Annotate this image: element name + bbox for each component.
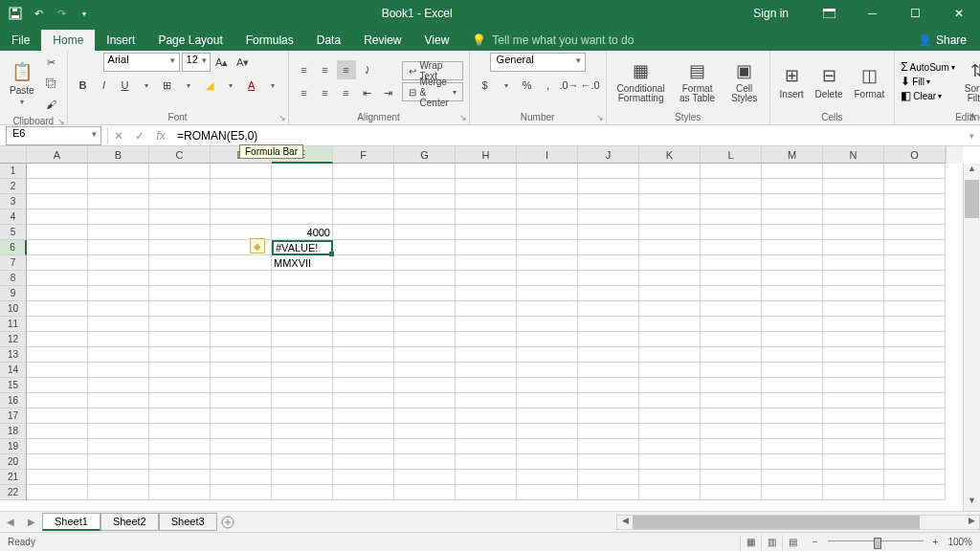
cell-L7[interactable] (701, 255, 762, 271)
cell-M2[interactable] (762, 179, 823, 194)
cell-N2[interactable] (823, 179, 884, 194)
cell-L14[interactable] (701, 363, 762, 378)
sheet-tab-sheet2[interactable]: Sheet2 (100, 513, 159, 531)
cell-G13[interactable] (394, 347, 456, 363)
cell-H7[interactable] (456, 255, 517, 271)
cell-L8[interactable] (701, 271, 762, 286)
normal-view-icon[interactable]: ▦ (740, 535, 761, 550)
font-size-select[interactable]: 12 (182, 53, 211, 72)
cell-J11[interactable] (578, 317, 639, 332)
horizontal-scrollbar[interactable]: ◀ ▶ (616, 515, 980, 530)
cell-F6[interactable] (333, 240, 394, 255)
cell-M20[interactable] (762, 454, 823, 470)
cell-D11[interactable] (211, 317, 272, 332)
cell-F8[interactable] (333, 271, 394, 286)
clear-button[interactable]: ◧Clear▾ (901, 89, 955, 102)
cell-H1[interactable] (456, 164, 517, 179)
cell-J19[interactable] (578, 439, 639, 454)
insert-function-icon[interactable]: fx (150, 126, 171, 145)
cell-C18[interactable] (149, 424, 211, 439)
cell-B11[interactable] (88, 317, 149, 332)
col-header-G[interactable]: G (394, 146, 456, 164)
comma-icon[interactable]: , (539, 76, 558, 95)
vertical-scrollbar[interactable]: ▲ ▼ (963, 164, 980, 511)
font-name-select[interactable]: Arial (103, 53, 180, 72)
cell-H12[interactable] (456, 332, 517, 347)
cell-H11[interactable] (456, 317, 517, 332)
row-header-7[interactable]: 7 (0, 255, 27, 271)
cell-B18[interactable] (88, 424, 149, 439)
cell-L17[interactable] (701, 408, 762, 424)
cell-I19[interactable] (517, 439, 578, 454)
cell-I2[interactable] (517, 179, 578, 194)
cell-K8[interactable] (639, 271, 701, 286)
cell-K1[interactable] (639, 164, 701, 179)
cell-A17[interactable] (27, 408, 88, 424)
cell-N20[interactable] (823, 454, 884, 470)
cell-L16[interactable] (701, 393, 762, 408)
align-left-icon[interactable]: ≡ (295, 83, 314, 102)
cell-L2[interactable] (701, 179, 762, 194)
row-header-1[interactable]: 1 (0, 164, 27, 179)
cell-N19[interactable] (823, 439, 884, 454)
cell-M14[interactable] (762, 363, 823, 378)
cell-E3[interactable] (272, 194, 333, 209)
cell-D8[interactable] (211, 271, 272, 286)
cell-I12[interactable] (517, 332, 578, 347)
row-header-11[interactable]: 11 (0, 317, 27, 332)
col-header-I[interactable]: I (517, 146, 578, 164)
cell-M22[interactable] (762, 485, 823, 500)
cell-G8[interactable] (394, 271, 456, 286)
cell-E17[interactable] (272, 408, 333, 424)
cell-G12[interactable] (394, 332, 456, 347)
cell-A4[interactable] (27, 209, 88, 225)
cell-F13[interactable] (333, 347, 394, 363)
cell-A12[interactable] (27, 332, 88, 347)
cell-J20[interactable] (578, 454, 639, 470)
cell-M17[interactable] (762, 408, 823, 424)
cell-K7[interactable] (639, 255, 701, 271)
cell-A2[interactable] (27, 179, 88, 194)
format-as-table-button[interactable]: ▤Format as Table (674, 57, 722, 105)
ribbon-display-icon[interactable] (808, 0, 851, 27)
cell-G7[interactable] (394, 255, 456, 271)
row-header-20[interactable]: 20 (0, 454, 27, 470)
cell-M10[interactable] (762, 301, 823, 317)
col-header-F[interactable]: F (333, 146, 394, 164)
cell-M19[interactable] (762, 439, 823, 454)
cell-F15[interactable] (333, 378, 394, 393)
cell-M15[interactable] (762, 378, 823, 393)
cell-B13[interactable] (88, 347, 149, 363)
cell-L13[interactable] (701, 347, 762, 363)
cell-I5[interactable] (517, 225, 578, 240)
cell-F1[interactable] (333, 164, 394, 179)
col-header-J[interactable]: J (578, 146, 639, 164)
cell-J9[interactable] (578, 286, 639, 301)
cell-F12[interactable] (333, 332, 394, 347)
cell-M13[interactable] (762, 347, 823, 363)
cell-J1[interactable] (578, 164, 639, 179)
cell-F18[interactable] (333, 424, 394, 439)
fill-color-icon[interactable]: ◢ (200, 76, 219, 95)
cell-F17[interactable] (333, 408, 394, 424)
cell-H21[interactable] (456, 470, 517, 485)
minimize-icon[interactable]: ─ (851, 0, 894, 27)
cell-I6[interactable] (517, 240, 578, 255)
cell-G3[interactable] (394, 194, 456, 209)
error-trace-icon[interactable]: ◆ (250, 238, 265, 253)
row-header-2[interactable]: 2 (0, 179, 27, 194)
zoom-slider[interactable] (828, 540, 924, 544)
cell-E19[interactable] (272, 439, 333, 454)
cell-G17[interactable] (394, 408, 456, 424)
delete-cells-button[interactable]: ⊟Delete (812, 62, 847, 101)
cell-F14[interactable] (333, 363, 394, 378)
cell-D2[interactable] (211, 179, 272, 194)
cancel-formula-icon[interactable]: ✕ (108, 126, 129, 145)
cell-G6[interactable] (394, 240, 456, 255)
cell-N22[interactable] (823, 485, 884, 500)
cell-F11[interactable] (333, 317, 394, 332)
borders-icon[interactable]: ⊞ (158, 76, 177, 95)
cell-N18[interactable] (823, 424, 884, 439)
cell-B6[interactable] (88, 240, 149, 255)
increase-indent-icon[interactable]: ⇥ (379, 83, 398, 102)
